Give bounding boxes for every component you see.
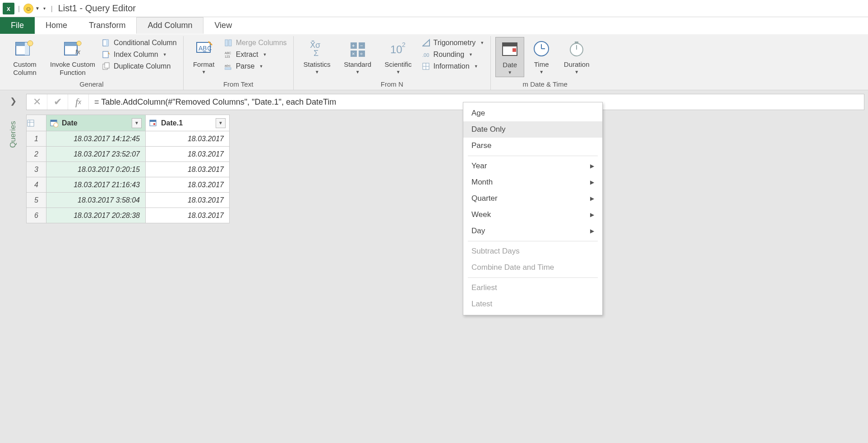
- cell-date[interactable]: 18.03.2017 20:28:38: [46, 208, 146, 223]
- separator: |: [51, 5, 53, 12]
- merge-columns-icon: [224, 39, 233, 47]
- table-row[interactable]: 618.03.2017 20:28:3818.03.2017: [27, 208, 230, 223]
- svg-rect-12: [105, 63, 109, 68]
- standard-label: Standard: [344, 60, 371, 69]
- duration-icon: [566, 39, 587, 59]
- standard-button[interactable]: +−×÷ Standard ▼: [339, 37, 377, 76]
- time-button[interactable]: Time ▼: [527, 37, 556, 76]
- cell-date[interactable]: 18.03.2017 23:52:07: [46, 147, 146, 162]
- parse-button[interactable]: abc Parse ▼: [222, 61, 289, 71]
- svg-text:+: +: [352, 43, 355, 48]
- table-row[interactable]: 418.03.2017 21:16:4318.03.2017: [27, 177, 230, 193]
- menu-item-week[interactable]: Week▶: [463, 207, 602, 223]
- svg-rect-54: [153, 123, 155, 125]
- svg-text:2: 2: [402, 41, 406, 48]
- cell-date[interactable]: 18.03.2017 0:20:15: [46, 162, 146, 177]
- row-header[interactable]: 5: [27, 193, 46, 208]
- cell-date1[interactable]: 18.03.2017: [146, 131, 230, 147]
- tab-transform[interactable]: Transform: [78, 17, 136, 34]
- chevron-down-icon: ▼: [356, 69, 360, 74]
- qat-dropdown-icon[interactable]: ▼: [35, 6, 40, 11]
- excel-icon: x: [3, 3, 14, 14]
- duplicate-column-button[interactable]: Duplicate Column: [100, 61, 179, 71]
- tab-view[interactable]: View: [203, 17, 243, 34]
- scientific-button[interactable]: 102 Scientific ▼: [379, 37, 417, 76]
- qat-overflow-icon[interactable]: ▾: [43, 6, 46, 11]
- svg-text:×: ×: [352, 51, 355, 56]
- custom-column-button[interactable]: Custom Column: [5, 37, 45, 78]
- menu-item-day[interactable]: Day▶: [463, 223, 602, 223]
- tab-file[interactable]: File: [0, 17, 35, 34]
- extract-button[interactable]: ABC123 Extract ▼: [222, 50, 289, 60]
- cell-date[interactable]: 18.03.2017 3:58:04: [46, 193, 146, 208]
- tab-add-column[interactable]: Add Column: [136, 17, 203, 34]
- svg-rect-38: [503, 43, 517, 46]
- row-header[interactable]: 1: [27, 131, 46, 147]
- cell-date1[interactable]: 18.03.2017: [146, 193, 230, 208]
- date-label: Date: [503, 61, 517, 69]
- cell-date[interactable]: 18.03.2017 21:16:43: [46, 177, 146, 193]
- svg-text:−: −: [360, 43, 363, 48]
- menu-item-quarter[interactable]: Quarter▶: [463, 190, 602, 207]
- chevron-down-icon: ▼: [259, 64, 263, 69]
- menu-item-year[interactable]: Year▶: [463, 158, 602, 174]
- table-row[interactable]: 518.03.2017 3:58:0418.03.2017: [27, 193, 230, 208]
- menu-item-label: Year: [471, 162, 487, 171]
- menu-item-month[interactable]: Month▶: [463, 174, 602, 190]
- queries-sidebar[interactable]: Queries: [0, 112, 26, 223]
- format-label: Format: [193, 60, 215, 69]
- menu-item-age[interactable]: Age: [463, 105, 602, 121]
- column-header-date[interactable]: Date ▼: [46, 115, 146, 131]
- cell-date1[interactable]: 18.03.2017: [146, 162, 230, 177]
- tab-home[interactable]: Home: [35, 17, 78, 34]
- fx-icon[interactable]: fx: [68, 94, 89, 110]
- cell-date1[interactable]: 18.03.2017: [146, 177, 230, 193]
- svg-text:123: 123: [225, 55, 230, 58]
- table-row[interactable]: 318.03.2017 0:20:1518.03.2017: [27, 162, 230, 177]
- invoke-custom-function-icon: fx: [62, 39, 83, 59]
- date-button[interactable]: Date ▼: [495, 37, 524, 77]
- cell-date1[interactable]: 18.03.2017: [146, 147, 230, 162]
- invoke-custom-function-button[interactable]: fx Invoke Custom Function: [48, 37, 97, 78]
- svg-rect-46: [28, 120, 34, 126]
- column-name: Date: [62, 119, 78, 127]
- rounding-button[interactable]: .00 Rounding ▼: [420, 50, 486, 60]
- table-row[interactable]: 218.03.2017 23:52:0718.03.2017: [27, 147, 230, 162]
- svg-rect-9: [106, 40, 108, 46]
- format-icon: AB̲C: [193, 39, 215, 59]
- grid-corner[interactable]: [27, 115, 46, 131]
- formula-cancel-button[interactable]: ✕: [27, 94, 47, 110]
- row-header[interactable]: 2: [27, 147, 46, 162]
- merge-columns-button[interactable]: Merge Columns: [222, 38, 289, 48]
- menu-item-label: Date Only: [471, 125, 506, 134]
- statistics-button[interactable]: X̄σΣ Statistics ▼: [298, 37, 336, 76]
- table-row[interactable]: 118.03.2017 14:12:4518.03.2017: [27, 131, 230, 147]
- row-header[interactable]: 4: [27, 177, 46, 193]
- conditional-column-button[interactable]: Conditional Column: [100, 38, 179, 48]
- ribbon-group-from-number: X̄σΣ Statistics ▼ +−×÷ Standard ▼ 102 Sc…: [294, 36, 491, 90]
- cell-date1[interactable]: 18.03.2017: [146, 208, 230, 223]
- smiley-icon[interactable]: ☺: [23, 4, 33, 14]
- trigonometry-button[interactable]: Trigonometry ▼: [420, 38, 486, 48]
- standard-icon: +−×÷: [347, 39, 369, 59]
- chevron-down-icon: ▼: [163, 52, 167, 57]
- menu-item-date-only[interactable]: Date Only: [463, 121, 602, 138]
- queries-pane-toggle[interactable]: ❯: [0, 90, 26, 112]
- conditional-column-icon: [102, 39, 111, 47]
- duration-button[interactable]: Duration ▼: [559, 37, 595, 76]
- format-button[interactable]: AB̲C Format ▼: [188, 37, 220, 76]
- menu-item-parse[interactable]: Parse: [463, 138, 602, 154]
- cell-date[interactable]: 18.03.2017 14:12:45: [46, 131, 146, 147]
- column-filter-button[interactable]: ▼: [216, 118, 226, 128]
- formula-accept-button[interactable]: ✔: [47, 94, 68, 110]
- row-header[interactable]: 6: [27, 208, 46, 223]
- column-filter-button[interactable]: ▼: [132, 118, 142, 128]
- column-header-date1[interactable]: Date.1 ▼: [146, 115, 230, 131]
- index-column-button[interactable]: Index Column ▼: [100, 50, 179, 60]
- row-header[interactable]: 3: [27, 162, 46, 177]
- rounding-label: Rounding: [434, 51, 465, 59]
- information-button[interactable]: Information ▼: [420, 61, 486, 71]
- chevron-down-icon: ▼: [469, 52, 473, 57]
- group-label-from-datetime: m Date & Time: [523, 78, 568, 89]
- date-icon: [499, 39, 521, 59]
